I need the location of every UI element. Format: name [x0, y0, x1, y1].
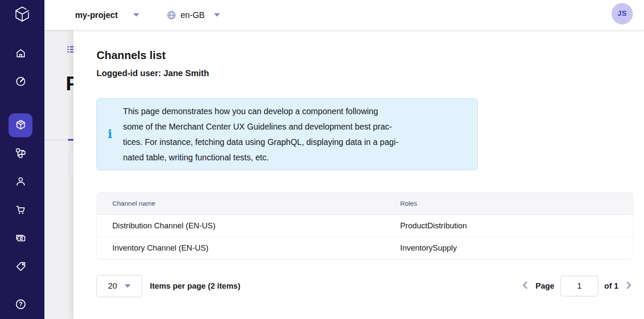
list-icon [67, 46, 73, 55]
page-label: Page [536, 281, 554, 291]
payments-icon [15, 232, 26, 245]
sidebar-item-discounts[interactable] [9, 255, 32, 279]
project-switcher[interactable]: my-project [75, 10, 139, 20]
chevron-down-icon [214, 13, 220, 17]
channels-modal: Channels list Logged-id user: Jane Smith… [73, 30, 644, 319]
page-navigator: Page of 1 [520, 276, 634, 296]
page-size-value: 20 [108, 281, 117, 291]
next-page-button[interactable] [624, 281, 634, 291]
page-title: Channels list [97, 49, 634, 62]
items-per-page-label: Items per page (2 items) [150, 281, 240, 291]
info-line: tices. For instance, fetching data using… [123, 134, 398, 150]
underlying-active-tab-indicator [68, 139, 73, 141]
locale-switcher[interactable]: en-GB [167, 10, 220, 20]
underlying-input-fragment [69, 151, 73, 179]
sidebar-item-orders[interactable] [9, 198, 32, 222]
table-header-row: Channel name Roles [97, 192, 633, 215]
sidebar-item-products[interactable] [9, 113, 32, 137]
underlying-page-strip: P [44, 30, 73, 319]
logged-in-user: Logged-id user: Jane Smith [97, 68, 634, 78]
info-line: some of the Merchant Center UX Guideline… [123, 119, 398, 134]
info-message-text: This page demonstrates how you can devel… [123, 103, 398, 165]
chevron-down-icon [125, 284, 131, 288]
cell-channel-name: Inventory Channel (EN-US) [97, 243, 400, 253]
previous-page-button[interactable] [520, 281, 530, 291]
svg-text:?: ? [19, 301, 23, 307]
sidebar-item-workflows[interactable] [9, 142, 32, 165]
chevron-down-icon [133, 13, 139, 17]
discounts-tag-icon [15, 261, 26, 274]
sidebar-item-home[interactable] [9, 42, 32, 66]
home-icon [15, 47, 26, 61]
locale-label: en-GB [181, 10, 205, 20]
sidebar-item-dashboard[interactable] [9, 70, 32, 94]
column-header-roles: Roles [400, 200, 633, 207]
commercetools-logo[interactable] [12, 5, 32, 25]
page-number-input[interactable] [560, 276, 598, 296]
cell-roles: InventorySupply [400, 243, 633, 253]
page-size-select[interactable]: 20 [97, 275, 142, 297]
info-message-box: i This page demonstrates how you can dev… [97, 98, 478, 170]
logo-cube-icon [13, 5, 32, 25]
page-total-label: of 1 [604, 281, 618, 291]
user-avatar[interactable]: JS [612, 3, 633, 24]
avatar-initials: JS [618, 9, 627, 18]
globe-icon [167, 10, 176, 20]
table-row[interactable]: Inventory Channel (EN-US) InventorySuppl… [97, 237, 633, 259]
info-line: nated table, writing functional tests, e… [123, 150, 398, 165]
sidebar-item-payments[interactable] [9, 227, 32, 251]
info-line: This page demonstrates how you can devel… [123, 103, 398, 119]
orders-cart-icon [15, 204, 26, 217]
chevron-left-icon [521, 280, 530, 292]
workflows-icon [15, 147, 26, 160]
cell-channel-name: Distribution Channel (EN-US) [97, 221, 400, 230]
dashboard-icon [15, 76, 26, 89]
underlying-page-heading-fragment: P [66, 69, 73, 97]
column-header-channel-name: Channel name [97, 200, 400, 207]
table-row[interactable]: Distribution Channel (EN-US) ProductDist… [97, 215, 633, 237]
pagination-bar: 20 Items per page (2 items) Page of 1 [97, 275, 634, 297]
cell-roles: ProductDistribution [400, 221, 633, 230]
info-icon: i [97, 128, 123, 140]
sidebar: ? [0, 0, 44, 319]
sidebar-item-customers[interactable] [9, 170, 32, 194]
channels-table: Channel name Roles Distribution Channel … [97, 192, 634, 260]
products-cube-icon [15, 119, 26, 132]
project-name: my-project [75, 10, 118, 20]
chevron-right-icon [624, 280, 633, 292]
sidebar-item-help[interactable]: ? [9, 293, 32, 317]
topbar: my-project en-GB JS [44, 0, 644, 30]
help-icon: ? [15, 298, 26, 312]
customers-icon [15, 176, 26, 189]
